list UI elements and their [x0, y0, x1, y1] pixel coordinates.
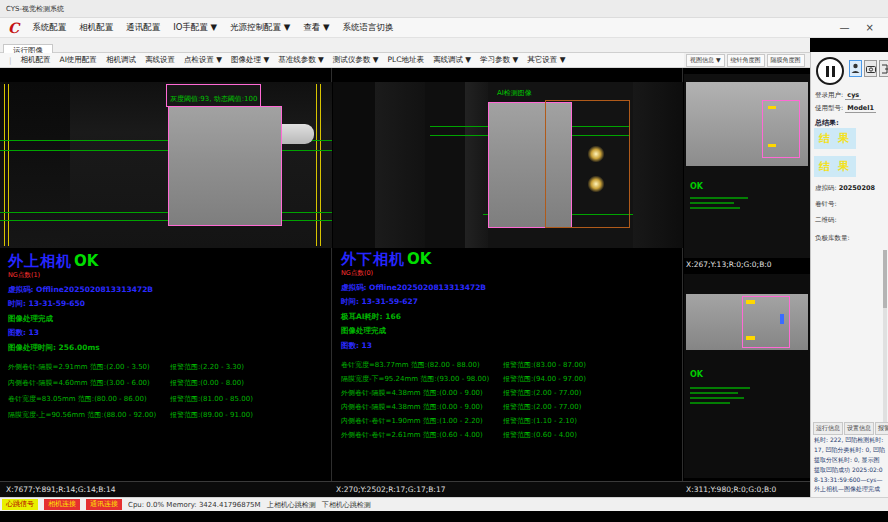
cpu-memory-status: Cpu: 0.0% Memory: 3424.41796875M	[128, 501, 261, 509]
camera-snapshot-button[interactable]	[864, 60, 877, 77]
login-user-value[interactable]: cys	[845, 91, 861, 100]
edge-line-left-1	[4, 84, 5, 246]
edge-line-left-2	[8, 84, 9, 246]
measure-line-h2	[0, 150, 332, 151]
title-bar: CYS-视觉检测系统	[0, 0, 888, 18]
toolbar-item-spotcheck[interactable]: 点检设置 ▼	[184, 55, 222, 65]
camera-link-badge: 相机连接	[44, 499, 80, 510]
run-log-text: 耗时: 222, 凹陷检测耗时: 17, 凹陷分类耗时: 0, 凹陷提取分区耗时…	[814, 435, 885, 494]
measurement-text: 隔膜宽度-下=95.24mm 范围:(93.00 - 98.00)	[341, 374, 489, 384]
minimize-button[interactable]: —	[840, 22, 850, 33]
view-tab-angle-1[interactable]: 绕针角度图	[727, 54, 765, 67]
toolbar-item-offline-setting[interactable]: 离线设置	[145, 55, 175, 65]
toolbar-item-ai-config[interactable]: AI使用配置	[60, 55, 97, 65]
connector-part	[282, 124, 314, 144]
camera-result-title: 外上相机OK	[8, 252, 328, 271]
frame-count: 图数: 13	[341, 341, 681, 351]
alarm-range-text: 报警范围:(81.00 - 85.00)	[170, 394, 253, 404]
toolbar-item-camera-config[interactable]: 相机配置	[21, 55, 51, 65]
logout-icon	[881, 64, 888, 74]
measurement-row: 隔膜宽度-下=95.24mm 范围:(93.00 - 98.00) 报警范围:(…	[341, 374, 681, 388]
menu-item-view[interactable]: 查看 ▼	[303, 22, 329, 34]
close-button[interactable]: ×	[866, 22, 874, 33]
logout-button[interactable]	[879, 60, 888, 77]
toolbar-item-plc-table[interactable]: PLC地址表	[388, 55, 424, 65]
frame-count: 图数: 13	[8, 328, 328, 338]
marker-yellow-1	[768, 106, 776, 109]
measurement-text: 内侧卷针-隔膜=4.60mm 范围:(3.00 - 6.00)	[8, 378, 150, 388]
camera-image: 灰度阈值:93, 动态阈值:100	[0, 82, 332, 248]
menu-item-camera-config[interactable]: 相机配置	[79, 22, 113, 34]
ai-image-label: AI检测图像	[497, 88, 532, 98]
measure-line-h4	[0, 220, 332, 221]
tab-alarm-info[interactable]: 报警信息	[875, 422, 888, 435]
ng-count-note: NG点数(1)	[8, 271, 328, 280]
measurement-row: 内侧卷针-卷针=1.90mm 范围:(1.00 - 2.20) 报警范围:(1.…	[341, 416, 681, 430]
tab-glow-spot-2	[588, 176, 604, 192]
login-user-label: 登录用户:	[815, 91, 843, 99]
alarm-range-text: 报警范围:(2.00 - 77.00)	[503, 402, 581, 412]
virtual-code-value: 20250208	[839, 184, 875, 192]
alarm-range-text: 报警范围:(0.60 - 4.00)	[503, 430, 577, 440]
sidebar-scrollbar[interactable]	[883, 250, 887, 422]
view-tab-angle-2[interactable]: 隔膜角度图	[767, 54, 805, 67]
thumbnail-view-top[interactable]: OK	[684, 74, 810, 258]
toolbar-item-image-process[interactable]: 图像处理 ▼	[231, 55, 269, 65]
virtual-code-field: 虚拟码: 20250208	[815, 184, 875, 193]
toolbar-item-offline-debug[interactable]: 离线调试 ▼	[433, 55, 471, 65]
menu-item-language-switch[interactable]: 系统语言切换	[343, 22, 394, 34]
camera-panel-upper-outer[interactable]: 灰度阈值:93, 动态阈值:100 外上相机OK NG点数(1) 虚拟码: Of…	[0, 68, 332, 481]
toolbar-item-learn-params[interactable]: 学习参数 ▼	[480, 55, 518, 65]
menu-item-io-config[interactable]: IO手配置 ▼	[173, 22, 217, 34]
pixel-coordinates: X:267;Y:13;R:0;G:0;B:0	[686, 260, 772, 269]
model-value[interactable]: Model1	[845, 104, 876, 113]
total-result-label: 总结果:	[815, 118, 839, 128]
machinery-band-5	[633, 82, 683, 248]
application-window: CYS-视觉检测系统 C 系统配置 相机配置 通讯配置 IO手配置 ▼ 光源控制…	[0, 0, 888, 522]
app-logo-icon: C	[8, 21, 19, 35]
ai-detect-box	[545, 100, 630, 228]
measurement-text: 外侧卷针-隔膜=2.91mm 范围:(2.00 - 3.50)	[8, 362, 150, 372]
time-line: 时间: 13-31-59-627	[341, 297, 681, 307]
tab-setting-info[interactable]: 设置信息	[844, 422, 874, 435]
menu-item-system-config[interactable]: 系统配置	[32, 22, 66, 34]
thumbnail-view-bottom[interactable]: OK	[684, 274, 810, 478]
menu-item-light-config[interactable]: 光源控制配置 ▼	[230, 22, 290, 34]
pixel-coordinates-left: X:7677;Y:891;R:14;G:14;B:14	[6, 485, 115, 494]
needle-number-label: 卷针号:	[815, 200, 837, 209]
camera-panel-lower-outer[interactable]: AI检测图像 外下相机OK NG点数(0) 虚拟码: Offline202502…	[333, 68, 683, 481]
stock-count-label: 负极库数量:	[815, 234, 850, 243]
micro-text-lines	[690, 194, 760, 209]
measurement-row: 外侧卷针-隔膜=2.91mm 范围:(2.00 - 3.50) 报警范围:(2.…	[8, 362, 328, 378]
toolbar-item-test-params[interactable]: 测试仪参数 ▼	[333, 55, 379, 65]
result-block: 外下相机OK NG点数(0) 虚拟码: Offline2025020813313…	[341, 250, 681, 444]
camera-image: AI检测图像	[333, 82, 683, 248]
pause-button[interactable]	[816, 57, 844, 85]
camera-result-title: 外下相机OK	[341, 250, 681, 269]
micro-text-lines	[690, 384, 760, 404]
toolbar-item-camera-debug[interactable]: 相机调试	[106, 55, 136, 65]
result-ok-label: OK	[690, 370, 703, 379]
process-status: 图像处理完成	[8, 314, 328, 324]
virtual-code-label: 虚拟码:	[815, 184, 837, 192]
menu-item-comm-config[interactable]: 通讯配置	[126, 22, 160, 34]
alarm-range-text: 报警范围:(2.20 - 3.30)	[170, 362, 244, 372]
virtual-code-line: 虚拟码: Offline2025020813313472B	[8, 285, 328, 295]
menu-bar: C 系统配置 相机配置 通讯配置 IO手配置 ▼ 光源控制配置 ▼ 查看 ▼ 系…	[0, 18, 888, 38]
qr-code-label: 二维码:	[815, 216, 837, 225]
measurement-row: 卷针宽度=83.05mm 范围:(80.00 - 86.00) 报警范围:(81…	[8, 394, 328, 410]
tab-run-info[interactable]: 运行信息	[813, 422, 843, 435]
alarm-range-text: 报警范围:(1.10 - 2.10)	[503, 416, 577, 426]
marker-yellow-2	[768, 144, 776, 147]
toolbar-item-other-settings[interactable]: 其它设置 ▼	[527, 55, 565, 65]
toolbar-item-baseline-params[interactable]: 基准线参数 ▼	[278, 55, 324, 65]
alarm-range-text: 报警范围:(83.00 - 87.00)	[503, 360, 586, 370]
info-tab-strip: 运行信息 设置信息 报警信息	[813, 422, 888, 435]
machinery-band-2	[375, 82, 425, 248]
edge-line-right-1	[316, 84, 317, 246]
login-user-button[interactable]	[849, 60, 862, 77]
pixel-coordinates-middle: X:270;Y:2502;R:17;G:17;B:17	[336, 485, 445, 494]
view-tab-info[interactable]: 视图信息 ▼	[686, 54, 725, 67]
window-controls: — ×	[840, 22, 880, 33]
process-status: 图像处理完成	[341, 326, 681, 336]
